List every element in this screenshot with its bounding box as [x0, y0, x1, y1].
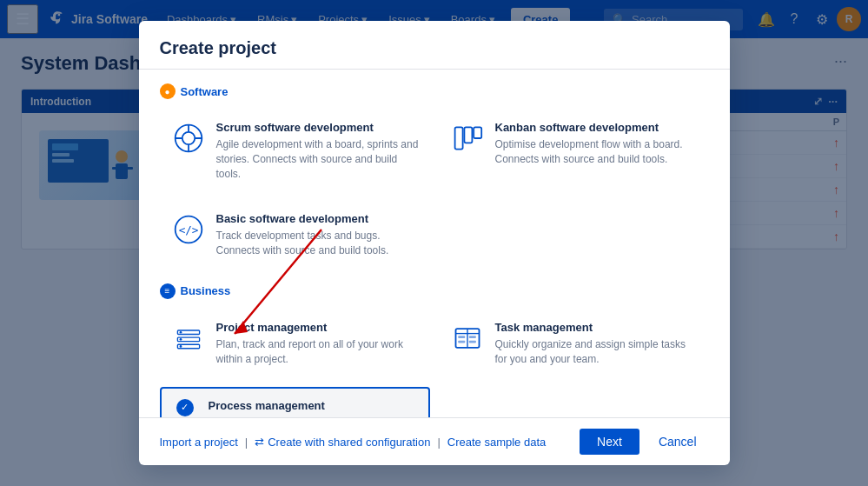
software-section-label: ● Software: [160, 83, 709, 99]
kanban-icon: [450, 121, 485, 156]
scrum-option[interactable]: Scrum software development Agile develop…: [160, 110, 430, 192]
footer-sep-2: |: [437, 436, 440, 449]
svg-rect-32: [458, 341, 465, 343]
project-mgmt-title: Project management: [216, 321, 419, 334]
svg-rect-30: [458, 336, 465, 338]
business-section-icon: ≡: [160, 283, 176, 299]
scrum-icon: [171, 121, 206, 156]
process-mgmt-title: Process management: [209, 399, 418, 412]
process-mgmt-desc: Track all the work activity as it transi…: [209, 416, 418, 417]
svg-point-26: [179, 345, 182, 348]
svg-text:</>: </>: [178, 224, 198, 237]
modal-body: ● Software: [139, 70, 730, 417]
svg-rect-31: [468, 336, 475, 338]
task-mgmt-title: Task management: [495, 321, 698, 334]
svg-point-24: [179, 338, 182, 341]
modal-overlay: Create project ● Software: [0, 0, 868, 486]
task-mgmt-desc: Quickly organize and assign simple tasks…: [495, 337, 698, 367]
kanban-desc: Optimise development flow with a board. …: [495, 137, 698, 167]
svg-rect-33: [468, 341, 475, 343]
basic-desc: Track development tasks and bugs. Connec…: [216, 229, 419, 258]
next-button[interactable]: Next: [580, 429, 639, 455]
svg-rect-18: [474, 127, 481, 138]
task-mgmt-icon: [450, 321, 485, 356]
modal-title: Create project: [160, 38, 709, 58]
scrum-title: Scrum software development: [216, 121, 419, 134]
task-management-option[interactable]: Task management Quickly organize and ass…: [439, 310, 709, 378]
sample-data-link[interactable]: Create sample data: [447, 436, 546, 449]
shared-config-link[interactable]: Create with shared configuration: [268, 436, 430, 449]
kanban-title: Kanban software development: [495, 121, 698, 134]
basic-software-option[interactable]: </> Basic software development Track dev…: [160, 201, 430, 270]
modal-header: Create project: [139, 21, 730, 70]
project-mgmt-desc: Plan, track and report on all of your wo…: [216, 337, 419, 367]
process-management-option[interactable]: ✓ Process management: [160, 387, 430, 417]
svg-rect-16: [454, 127, 462, 149]
svg-rect-17: [464, 127, 472, 143]
kanban-option[interactable]: Kanban software development Optimise dev…: [439, 110, 709, 192]
basic-title: Basic software development: [216, 212, 419, 225]
selected-checkmark: ✓: [176, 399, 194, 416]
business-section-label: ≡ Business: [160, 283, 709, 299]
footer-sep-1: |: [245, 436, 248, 449]
business-options-grid: Project management Plan, track and repor…: [160, 310, 709, 417]
basic-software-icon: </>: [171, 212, 206, 247]
shared-config-icon: ⇄: [255, 436, 264, 449]
software-options-grid: Scrum software development Agile develop…: [160, 110, 709, 270]
project-management-option[interactable]: Project management Plan, track and repor…: [160, 310, 430, 378]
cancel-button[interactable]: Cancel: [646, 429, 709, 455]
software-section-icon: ●: [160, 83, 176, 99]
scrum-desc: Agile development with a board, sprints …: [216, 137, 419, 181]
modal-footer: Import a project | ⇄ Create with shared …: [139, 417, 730, 465]
create-project-modal: Create project ● Software: [139, 21, 730, 465]
import-project-link[interactable]: Import a project: [160, 436, 238, 449]
project-mgmt-icon: [171, 321, 206, 356]
svg-point-11: [182, 132, 194, 144]
svg-point-22: [179, 331, 182, 334]
